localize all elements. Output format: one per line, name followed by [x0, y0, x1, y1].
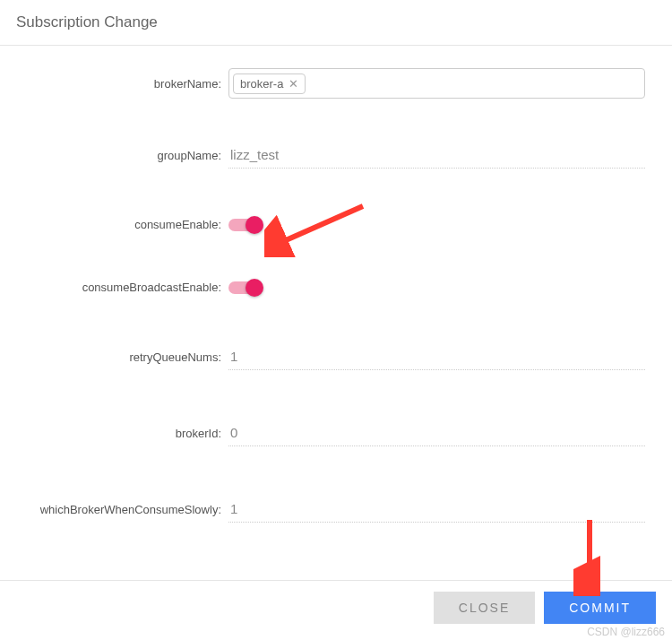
row-groupname: groupName: [13, 142, 659, 169]
row-brokername: brokerName: broker-a ✕ [13, 68, 659, 99]
dialog-header: Subscription Change [0, 0, 672, 46]
groupname-input[interactable] [228, 142, 645, 169]
subscription-change-dialog: Subscription Change brokerName: broker-a… [0, 0, 672, 640]
retryqueuenums-input[interactable] [228, 343, 645, 370]
label-groupname: groupName: [13, 149, 228, 162]
row-brokerid: brokerId: [13, 419, 659, 446]
brokername-input[interactable]: broker-a ✕ [228, 68, 645, 99]
row-whichbroker: whichBrokerWhenConsumeSlowly: [13, 496, 659, 523]
commit-button[interactable]: COMMIT [544, 592, 656, 624]
whichbroker-input[interactable] [228, 496, 645, 523]
close-icon[interactable]: ✕ [289, 78, 298, 90]
dialog-footer: CLOSE COMMIT [0, 580, 672, 640]
dialog-title: Subscription Change [16, 13, 656, 31]
label-brokerid: brokerId: [13, 427, 228, 440]
consumebroadcastenable-toggle[interactable] [228, 281, 261, 294]
label-whichbroker: whichBrokerWhenConsumeSlowly: [13, 503, 228, 516]
dialog-body: brokerName: broker-a ✕ groupName: consum… [0, 46, 672, 580]
tag-broker-a[interactable]: broker-a ✕ [233, 74, 306, 94]
tag-label: broker-a [240, 77, 283, 91]
brokerid-input[interactable] [228, 419, 645, 446]
consumeenable-toggle[interactable] [228, 219, 261, 231]
row-retryqueuenums: retryQueueNums: [13, 343, 659, 370]
row-consumebroadcastenable: consumeBroadcastEnable: [13, 281, 659, 294]
label-brokername: brokerName: [13, 77, 228, 91]
row-consumeenable: consumeEnable: [13, 218, 659, 231]
watermark: CSDN @lizz666 [587, 626, 665, 638]
label-retryqueuenums: retryQueueNums: [13, 350, 228, 364]
label-consumebroadcastenable: consumeBroadcastEnable: [13, 281, 228, 294]
toggle-knob [246, 216, 263, 234]
label-consumeenable: consumeEnable: [13, 218, 228, 231]
close-button[interactable]: CLOSE [434, 592, 535, 624]
toggle-knob [246, 279, 263, 297]
